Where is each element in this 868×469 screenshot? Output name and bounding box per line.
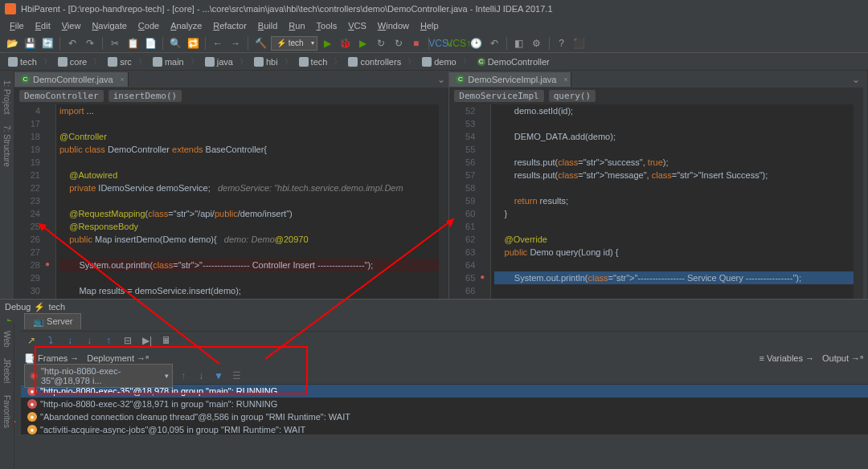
menu-edit[interactable]: Edit <box>31 19 55 32</box>
thread-row[interactable]: ●"Abandoned connection cleanup thread"@8… <box>21 410 868 423</box>
structure-icon[interactable]: ◧ <box>512 36 526 51</box>
tab-output[interactable]: Output →ᵃ <box>822 353 863 364</box>
save-icon[interactable]: 💾 <box>23 36 37 51</box>
vcs-revert-icon[interactable]: ↶ <box>487 36 502 51</box>
debug-config: tech <box>48 302 65 312</box>
replace-icon[interactable]: 🔁 <box>186 36 200 51</box>
run-to-cursor-icon[interactable]: ▶| <box>140 333 154 348</box>
thread-list[interactable]: ●"http-nio-8080-exec-35"@18,978 in group… <box>21 385 868 434</box>
forward-icon[interactable]: → <box>228 36 243 51</box>
step-return-icon[interactable]: ↗ <box>24 333 39 348</box>
nav-hbi[interactable]: hbi <box>251 57 281 67</box>
filter-icon[interactable]: ▼ <box>211 369 226 383</box>
breadcrumb-method[interactable]: query() <box>549 90 596 102</box>
next-frame-icon[interactable]: ↓ <box>194 369 208 383</box>
paste-icon[interactable]: 📄 <box>143 36 158 51</box>
tabs-menu-icon[interactable]: ⌄ <box>434 74 448 85</box>
tab-server[interactable]: 📺 Server <box>24 313 81 329</box>
nav-java[interactable]: java <box>202 57 236 67</box>
scroll-minimap-right[interactable] <box>854 104 863 320</box>
side-tab-structure[interactable]: 7: Structure <box>2 122 12 170</box>
vcs-commit-icon[interactable]: VCS↑ <box>452 36 466 51</box>
menu-help[interactable]: Help <box>416 19 444 32</box>
back-icon[interactable]: ← <box>211 36 225 51</box>
force-step-icon[interactable]: ↓ <box>82 333 96 348</box>
nav-tech[interactable]: tech <box>296 57 331 67</box>
open-icon[interactable]: 📂 <box>5 36 19 51</box>
menu-refactor[interactable]: Refactor <box>208 19 252 32</box>
nav-demo[interactable]: demo <box>419 57 460 67</box>
step-out-icon[interactable]: ↑ <box>101 333 116 348</box>
side-tab-jrebel[interactable]: JRebel <box>2 355 12 386</box>
settings-icon[interactable]: ⚙ <box>530 36 544 51</box>
gutter-marks-right[interactable]: ● <box>480 104 491 320</box>
breadcrumb-class[interactable]: DemoServiceImpl <box>454 90 543 102</box>
nav-main[interactable]: main <box>149 57 187 67</box>
run-config-select[interactable]: ⚡ tech <box>271 36 317 51</box>
debug-icon[interactable]: 🐞 <box>338 36 353 51</box>
gutter-marks-left[interactable]: ● <box>45 104 56 320</box>
nav-tech[interactable]: tech <box>5 57 40 67</box>
left-tool-strip: 1: Project 7: Structure <box>0 71 14 320</box>
menu-vcs[interactable]: VCS <box>343 19 371 32</box>
step-over-icon[interactable]: ⤵ <box>43 333 58 348</box>
tab-variables[interactable]: ≡ Variables → <box>760 353 814 363</box>
side-tab-web[interactable]: Web <box>2 328 12 350</box>
nav-controllers[interactable]: controllers <box>345 57 404 67</box>
redo-icon[interactable]: ↷ <box>83 36 97 51</box>
cut-icon[interactable]: ✂ <box>108 36 122 51</box>
drop-frame-icon[interactable]: ⊟ <box>121 333 135 348</box>
find-icon[interactable]: 🔍 <box>168 36 182 51</box>
debug-panel: Debug ⚡ tech ▶ ↻ ▶ ■ ◉ ⦸ ⊞ ⚙ 📌 × 📺 Serve… <box>0 299 868 469</box>
menu-file[interactable]: File <box>5 19 29 32</box>
tab-deployment[interactable]: Deployment →ᵃ <box>87 353 149 364</box>
vcs-history-icon[interactable]: 🕑 <box>469 36 484 51</box>
tabs-menu-icon[interactable]: ⌄ <box>849 74 863 85</box>
code-left[interactable]: import ... @Controllerpublic class DemoC… <box>56 104 439 320</box>
jrebel-icon[interactable]: ⬛ <box>572 36 587 51</box>
evaluate-icon[interactable]: 🖩 <box>159 333 174 348</box>
nav-core[interactable]: core <box>55 57 90 67</box>
menu-tools[interactable]: Tools <box>312 19 342 32</box>
step-into-icon[interactable]: ↓ <box>63 333 77 348</box>
menu-build[interactable]: Build <box>253 19 282 32</box>
close-tab-icon[interactable]: × <box>120 75 124 84</box>
gutter-right[interactable]: 5253545556575859606162636465666768697071… <box>449 104 480 320</box>
sync-icon[interactable]: 🔄 <box>40 36 55 51</box>
breadcrumb-class[interactable]: DemoController <box>19 90 104 102</box>
prev-frame-icon[interactable]: ↑ <box>176 369 190 383</box>
side-tab-project[interactable]: 1: Project <box>2 77 12 117</box>
reload-debug-icon[interactable]: ↻ <box>391 36 406 51</box>
thread-selector[interactable]: ◉"http-nio-8080-exec-35"@18,978 i... <box>24 364 173 388</box>
menu-navigate[interactable]: Navigate <box>87 19 131 32</box>
undo-icon[interactable]: ↶ <box>65 36 80 51</box>
menu-view[interactable]: View <box>57 19 86 32</box>
reload-icon[interactable]: ↻ <box>374 36 388 51</box>
make-icon[interactable]: 🔨 <box>253 36 268 51</box>
gutter-left[interactable]: 4171819192122232425262728293031 <box>14 104 45 320</box>
nav-path-bar: tech〉core〉src〉main〉java〉hbi〉tech〉control… <box>0 53 868 71</box>
side-tab-favorites[interactable]: Favorites <box>2 392 12 431</box>
run-icon[interactable]: ▶ <box>321 36 335 51</box>
menu-window[interactable]: Window <box>373 19 414 32</box>
help-icon[interactable]: ? <box>555 36 569 51</box>
menu-code[interactable]: Code <box>133 19 164 32</box>
breadcrumb-method[interactable]: insertDemo() <box>108 90 182 102</box>
coverage-icon[interactable]: ▶ <box>356 36 371 51</box>
scroll-minimap-left[interactable] <box>439 104 448 320</box>
thread-row[interactable]: ●"http-nio-8080-exec-32"@18,971 in group… <box>21 398 868 410</box>
file-tab-left[interactable]: C DemoController.java × <box>14 72 129 87</box>
lib-frame-icon[interactable]: ☰ <box>229 369 244 383</box>
menu-analyze[interactable]: Analyze <box>166 19 207 32</box>
right-tool-strip <box>863 71 868 320</box>
file-tab-right[interactable]: C DemoServiceImpl.java × <box>449 72 571 87</box>
nav-DemoController[interactable]: CDemoController <box>474 57 553 67</box>
copy-icon[interactable]: 📋 <box>125 36 140 51</box>
code-right[interactable]: demo.setId(id); DEMO_DATA.add(demo); res… <box>491 104 854 320</box>
thread-row[interactable]: ●"activiti-acquire-async-jobs"@10,095 in… <box>21 423 868 434</box>
menu-run[interactable]: Run <box>284 19 309 32</box>
close-tab-icon[interactable]: × <box>563 75 567 84</box>
stop-icon[interactable]: ■ <box>409 36 424 51</box>
nav-src[interactable]: src <box>104 57 135 67</box>
tab-frames[interactable]: 📑 Frames → <box>24 353 79 364</box>
